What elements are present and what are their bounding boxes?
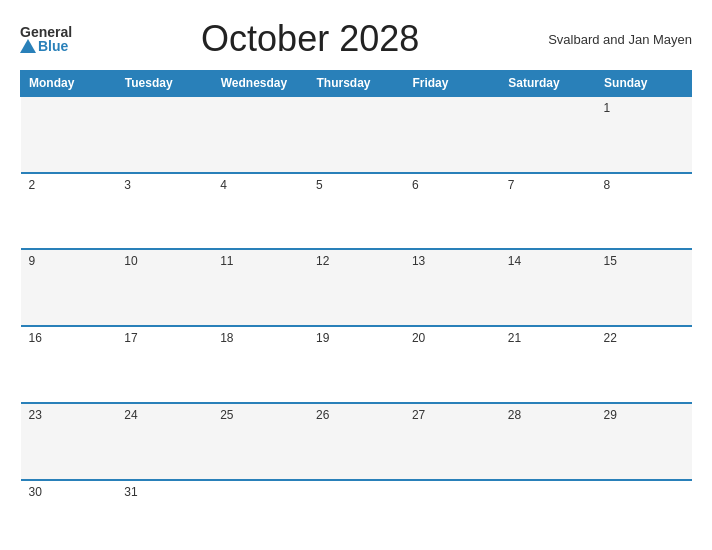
logo: General Blue (20, 25, 72, 53)
col-friday: Friday (404, 71, 500, 97)
calendar-day-cell: 1 (596, 96, 692, 173)
day-number: 13 (412, 254, 492, 268)
calendar-day-cell: 12 (308, 249, 404, 326)
calendar-page: General Blue October 2028 Svalbard and J… (0, 0, 712, 550)
day-number: 18 (220, 331, 300, 345)
calendar-day-cell: 5 (308, 173, 404, 250)
calendar-week-row: 23242526272829 (21, 403, 692, 480)
day-number: 27 (412, 408, 492, 422)
calendar-day-cell: 17 (116, 326, 212, 403)
calendar-day-cell: 31 (116, 480, 212, 536)
calendar-week-row: 1 (21, 96, 692, 173)
calendar-day-cell (212, 96, 308, 173)
calendar-day-cell: 14 (500, 249, 596, 326)
calendar-day-cell: 25 (212, 403, 308, 480)
calendar-table: Monday Tuesday Wednesday Thursday Friday… (20, 70, 692, 536)
day-number: 12 (316, 254, 396, 268)
calendar-day-cell (308, 480, 404, 536)
calendar-week-row: 2345678 (21, 173, 692, 250)
calendar-day-cell (21, 96, 117, 173)
col-tuesday: Tuesday (116, 71, 212, 97)
calendar-week-row: 3031 (21, 480, 692, 536)
calendar-day-cell: 16 (21, 326, 117, 403)
calendar-header: General Blue October 2028 Svalbard and J… (20, 18, 692, 60)
day-number: 15 (604, 254, 684, 268)
day-number: 9 (29, 254, 109, 268)
col-sunday: Sunday (596, 71, 692, 97)
calendar-day-cell: 6 (404, 173, 500, 250)
calendar-day-cell: 3 (116, 173, 212, 250)
day-number: 3 (124, 178, 204, 192)
day-number: 6 (412, 178, 492, 192)
day-number: 31 (124, 485, 204, 499)
calendar-day-cell: 8 (596, 173, 692, 250)
calendar-week-row: 9101112131415 (21, 249, 692, 326)
calendar-day-cell: 30 (21, 480, 117, 536)
day-number: 17 (124, 331, 204, 345)
calendar-day-cell: 13 (404, 249, 500, 326)
calendar-day-cell: 29 (596, 403, 692, 480)
calendar-day-cell: 27 (404, 403, 500, 480)
day-number: 2 (29, 178, 109, 192)
calendar-day-cell (596, 480, 692, 536)
calendar-day-cell: 23 (21, 403, 117, 480)
calendar-week-row: 16171819202122 (21, 326, 692, 403)
region-label: Svalbard and Jan Mayen (548, 32, 692, 47)
calendar-day-cell (212, 480, 308, 536)
day-number: 4 (220, 178, 300, 192)
calendar-day-cell: 15 (596, 249, 692, 326)
calendar-day-cell (404, 480, 500, 536)
calendar-day-cell: 22 (596, 326, 692, 403)
day-number: 28 (508, 408, 588, 422)
calendar-day-cell: 24 (116, 403, 212, 480)
col-wednesday: Wednesday (212, 71, 308, 97)
calendar-day-cell (116, 96, 212, 173)
col-thursday: Thursday (308, 71, 404, 97)
day-number: 29 (604, 408, 684, 422)
day-number: 22 (604, 331, 684, 345)
day-number: 10 (124, 254, 204, 268)
calendar-day-cell (500, 96, 596, 173)
col-saturday: Saturday (500, 71, 596, 97)
calendar-day-cell: 4 (212, 173, 308, 250)
day-number: 7 (508, 178, 588, 192)
day-number: 1 (604, 101, 684, 115)
weekday-header-row: Monday Tuesday Wednesday Thursday Friday… (21, 71, 692, 97)
calendar-day-cell: 10 (116, 249, 212, 326)
calendar-day-cell: 9 (21, 249, 117, 326)
calendar-day-cell: 26 (308, 403, 404, 480)
day-number: 21 (508, 331, 588, 345)
day-number: 11 (220, 254, 300, 268)
day-number: 19 (316, 331, 396, 345)
calendar-day-cell: 28 (500, 403, 596, 480)
col-monday: Monday (21, 71, 117, 97)
day-number: 25 (220, 408, 300, 422)
calendar-day-cell: 2 (21, 173, 117, 250)
calendar-day-cell: 11 (212, 249, 308, 326)
logo-general-text: General (20, 25, 72, 39)
calendar-day-cell: 18 (212, 326, 308, 403)
day-number: 5 (316, 178, 396, 192)
calendar-day-cell: 21 (500, 326, 596, 403)
calendar-day-cell (500, 480, 596, 536)
calendar-day-cell: 7 (500, 173, 596, 250)
calendar-day-cell (404, 96, 500, 173)
day-number: 8 (604, 178, 684, 192)
calendar-day-cell: 19 (308, 326, 404, 403)
logo-triangle-icon (20, 39, 36, 53)
calendar-day-cell (308, 96, 404, 173)
day-number: 23 (29, 408, 109, 422)
day-number: 14 (508, 254, 588, 268)
logo-blue-text: Blue (38, 39, 68, 53)
calendar-title: October 2028 (72, 18, 548, 60)
logo-blue-row: Blue (20, 39, 68, 53)
day-number: 24 (124, 408, 204, 422)
calendar-day-cell: 20 (404, 326, 500, 403)
day-number: 16 (29, 331, 109, 345)
day-number: 26 (316, 408, 396, 422)
day-number: 20 (412, 331, 492, 345)
day-number: 30 (29, 485, 109, 499)
